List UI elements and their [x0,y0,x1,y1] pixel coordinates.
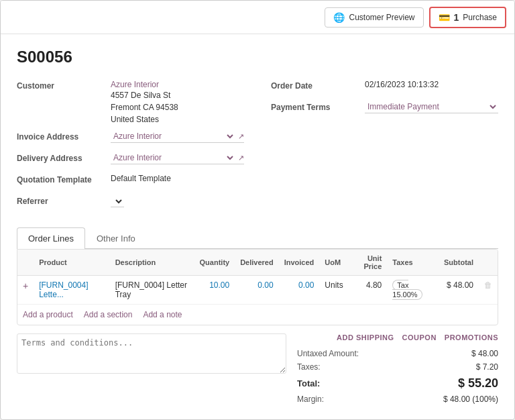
taxes-row: Taxes: $ 7.20 [297,360,498,374]
taxes-label: Taxes: [297,362,321,372]
customer-name[interactable]: Azure Interior [111,80,178,89]
row-delivered[interactable]: 0.00 [235,276,279,305]
payment-terms-field[interactable]: Immediate Payment [365,101,498,113]
row-tax: Tax 15.00% [387,276,439,305]
col-uom: UoM [319,250,348,276]
add-note-link[interactable]: Add a note [143,310,182,319]
customer-preview-button[interactable]: 🌐 Customer Preview [325,7,423,28]
trash-icon[interactable]: 🗑 [484,280,492,290]
row-subtotal: $ 48.00 [439,276,479,305]
order-date-label: Order Date [271,80,365,91]
bottom-section: ADD SHIPPING COUPON PROMOTIONS Untaxed A… [17,333,498,405]
untaxed-amount-label: Untaxed Amount: [297,349,359,358]
margin-row: Margin: $ 48.00 (100%) [297,393,498,405]
promotions-link[interactable]: PROMOTIONS [445,333,498,342]
quotation-template-value: Default Template [111,174,244,183]
terms-area [17,333,286,405]
invoice-address-link-icon[interactable]: ↗ [238,132,244,141]
customer-preview-label: Customer Preview [349,13,414,22]
purchase-label: Purchase [463,13,497,22]
row-uom[interactable]: Units [319,276,348,305]
delivery-address-select[interactable]: Azure Interior [111,152,235,163]
margin-value: $ 48.00 (100%) [443,395,498,404]
add-section-link[interactable]: Add a section [84,310,133,319]
col-delivered: Delivered [235,250,279,276]
row-product[interactable]: [FURN_0004] Lette... [34,276,109,305]
form-grid: Customer Azure Interior 4557 De Silva St… [17,80,498,217]
customer-value-block: Azure Interior 4557 De Silva St Fremont … [111,80,178,125]
untaxed-amount-row: Untaxed Amount: $ 48.00 [297,347,498,360]
col-description: Description [110,250,194,276]
payment-terms-label: Payment Terms [271,101,365,112]
row-description[interactable]: [FURN_0004] Letter Tray [110,276,194,305]
purchase-count: 1 [454,12,459,23]
address-line3: United States [111,113,178,125]
total-row: Total: $ 55.20 [297,374,498,393]
customer-row: Customer Azure Interior 4557 De Silva St… [17,80,244,125]
add-product-link[interactable]: Add a product [23,310,73,319]
customer-address: 4557 De Silva St Fremont CA 94538 United… [111,89,178,125]
quotation-template-row: Quotation Template Default Template [17,174,244,190]
tab-order-lines[interactable]: Order Lines [17,227,85,249]
main-window: 🌐 Customer Preview 💳 1 Purchase S00056 C… [0,0,515,420]
quotation-template-label: Quotation Template [17,174,111,185]
main-content: S00056 Customer Azure Interior 4557 De S… [1,34,514,419]
col-unit-price: Unit Price [349,250,388,276]
tax-badge[interactable]: Tax 15.00% [392,280,422,300]
total-value: $ 55.20 [458,376,498,390]
row-add-icon[interactable]: + [17,276,34,305]
order-lines-table-wrapper: Product Description Quantity Delivered I… [17,249,498,325]
col-subtotal: Subtotal [439,250,479,276]
invoice-address-label: Invoice Address [17,131,111,142]
delivery-address-link-icon[interactable]: ↗ [238,154,244,162]
referrer-select[interactable] [111,195,124,207]
purchase-button[interactable]: 💳 1 Purchase [429,7,507,28]
tab-other-info[interactable]: Other Info [85,227,147,249]
taxes-value: $ 7.20 [476,362,498,372]
col-taxes: Taxes [387,250,439,276]
col-quantity: Quantity [194,250,235,276]
row-unit-price[interactable]: 4.80 [349,276,388,305]
payment-terms-select[interactable]: Immediate Payment [365,101,498,112]
terms-textarea[interactable] [17,333,286,374]
total-label: Total: [297,378,320,388]
form-right-col: Order Date 02/16/2023 10:13:32 Payment T… [271,80,498,217]
purchase-icon: 💳 [439,12,450,23]
add-shipping-link[interactable]: ADD SHIPPING [337,333,394,342]
top-bar: 🌐 Customer Preview 💳 1 Purchase [1,1,514,34]
tab-other-info-label: Other Info [97,233,135,244]
globe-icon: 🌐 [333,12,345,23]
col-invoiced: Invoiced [279,250,320,276]
table-header-row: Product Description Quantity Delivered I… [17,250,498,276]
summary-panel: ADD SHIPPING COUPON PROMOTIONS Untaxed A… [297,333,498,405]
tab-order-lines-label: Order Lines [28,233,74,244]
invoice-address-select[interactable]: Azure Interior [111,131,235,142]
payment-terms-row: Payment Terms Immediate Payment [271,101,498,117]
customer-label: Customer [17,80,111,91]
tabs-container: Order Lines Other Info [17,227,498,249]
coupon-link[interactable]: COUPON [402,333,437,342]
referrer-label: Referrer [17,195,111,206]
add-row-actions: Add a product Add a section Add a note [17,305,498,325]
margin-label: Margin: [297,395,324,404]
order-date-value: 02/16/2023 10:13:32 [365,80,498,89]
delivery-address-field[interactable]: Azure Interior ↗ [111,152,244,164]
summary-actions: ADD SHIPPING COUPON PROMOTIONS [297,333,498,342]
untaxed-amount-value: $ 48.00 [471,349,498,358]
order-number: S00056 [17,48,498,66]
row-invoiced[interactable]: 0.00 [279,276,320,305]
order-lines-table: Product Description Quantity Delivered I… [17,250,498,305]
delivery-address-row: Delivery Address Azure Interior ↗ [17,152,244,168]
invoice-address-field[interactable]: Azure Interior ↗ [111,131,244,143]
plus-icon[interactable]: + [23,280,28,291]
order-date-row: Order Date 02/16/2023 10:13:32 [271,80,498,96]
address-line2: Fremont CA 94538 [111,101,178,113]
referrer-row: Referrer [17,195,244,211]
delivery-address-label: Delivery Address [17,152,111,163]
table-row: + [FURN_0004] Lette... [FURN_0004] Lette… [17,276,498,305]
form-left-col: Customer Azure Interior 4557 De Silva St… [17,80,244,217]
col-product: Product [34,250,109,276]
row-quantity[interactable]: 10.00 [194,276,235,305]
invoice-address-row: Invoice Address Azure Interior ↗ [17,131,244,147]
row-delete[interactable]: 🗑 [479,276,498,305]
